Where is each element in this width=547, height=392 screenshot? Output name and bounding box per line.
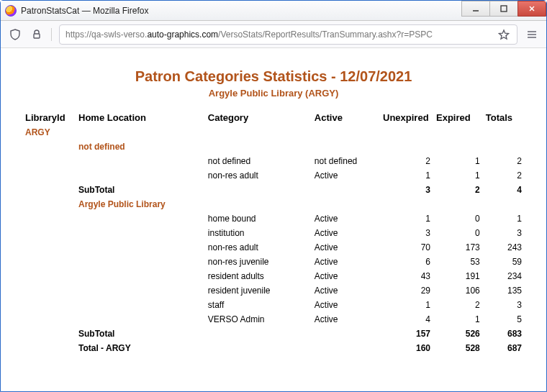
cell-category: home bound (205, 211, 312, 226)
cell-active: not defined (312, 154, 380, 168)
cell-expired: 53 (433, 255, 483, 269)
cell-active: Active (312, 168, 380, 183)
cell-totals: 243 (483, 240, 525, 255)
cell-totals: 3 (483, 298, 525, 312)
subtotal-expired: 2 (433, 183, 483, 197)
cell-expired: 1 (433, 154, 483, 168)
report-table: LibraryId Home Location Category Active … (22, 110, 525, 355)
grand-total-expired: 528 (433, 341, 483, 355)
cell-expired: 173 (433, 240, 483, 255)
th-homelocation: Home Location (76, 110, 205, 125)
cell-totals: 5 (483, 312, 525, 327)
table-row: non-res juvenile Active 6 53 59 (22, 255, 525, 269)
grand-total-unexpired: 160 (380, 341, 433, 355)
cell-unexpired: 3 (380, 226, 433, 240)
svg-rect-4 (34, 34, 40, 38)
table-row: VERSO Admin Active 4 1 5 (22, 312, 525, 327)
table-body: ARGY not defined not defined not defined… (22, 125, 525, 355)
cell-unexpired: 1 (380, 298, 433, 312)
maximize-button[interactable] (489, 1, 518, 17)
th-active: Active (312, 110, 380, 125)
th-category: Category (205, 110, 312, 125)
table-row: not defined not defined 2 1 2 (22, 154, 525, 168)
cell-category: staff (205, 298, 312, 312)
lock-icon[interactable] (30, 27, 44, 42)
url-domain: auto-graphics.com (147, 29, 218, 40)
subtotal-label: SubTotal (76, 183, 205, 197)
cell-category: resident adults (205, 269, 312, 283)
cell-active: Active (312, 255, 380, 269)
minimize-button[interactable] (461, 1, 490, 17)
section-header-row: Argyle Public Library (22, 197, 525, 211)
cell-unexpired: 1 (380, 211, 433, 226)
titlebar: PatronStatsCat — Mozilla Firefox (1, 1, 546, 21)
table-row: resident juvenile Active 29 106 135 (22, 283, 525, 298)
cell-active: Active (312, 283, 380, 298)
bookmark-star-icon[interactable] (497, 27, 511, 42)
cell-expired: 1 (433, 312, 483, 327)
table-header-row: LibraryId Home Location Category Active … (22, 110, 525, 125)
cell-active: Active (312, 240, 380, 255)
table-row: home bound Active 1 0 1 (22, 211, 525, 226)
cell-expired: 106 (433, 283, 483, 298)
cell-totals: 59 (483, 255, 525, 269)
cell-category: resident juvenile (205, 283, 312, 298)
shield-icon[interactable] (8, 27, 22, 42)
table-row: non-res adult Active 70 173 243 (22, 240, 525, 255)
cell-active: Active (312, 211, 380, 226)
browser-window: PatronStatsCat — Mozilla Firefox https:/… (0, 0, 547, 392)
cell-unexpired: 1 (380, 168, 433, 183)
cell-unexpired: 4 (380, 312, 433, 327)
th-unexpired: Unexpired (380, 110, 433, 125)
table-row: institution Active 3 0 3 (22, 226, 525, 240)
cell-active: Active (312, 226, 380, 240)
cell-totals: 3 (483, 226, 525, 240)
cell-unexpired: 43 (380, 269, 433, 283)
url-pre: https://qa-swls-verso. (65, 29, 147, 40)
svg-rect-1 (501, 6, 507, 12)
subtotal-row: SubTotal 157 526 683 (22, 327, 525, 341)
cell-expired: 2 (433, 298, 483, 312)
grand-total-label: Total - ARGY (76, 341, 205, 355)
th-libraryid: LibraryId (22, 110, 76, 125)
cell-category: non-res adult (205, 240, 312, 255)
url-bar[interactable]: https://qa-swls-verso. auto-graphics.com… (59, 24, 517, 45)
cell-unexpired: 6 (380, 255, 433, 269)
cell-expired: 1 (433, 168, 483, 183)
menu-icon[interactable] (525, 27, 539, 42)
table-row: staff Active 1 2 3 (22, 298, 525, 312)
window-controls (462, 1, 546, 17)
cell-expired: 0 (433, 226, 483, 240)
report-title: Patron Categories Statistics - 12/07/202… (22, 68, 525, 85)
subtotal-row: SubTotal 3 2 4 (22, 183, 525, 197)
cell-active: Active (312, 298, 380, 312)
cell-expired: 0 (433, 211, 483, 226)
close-button[interactable] (517, 1, 546, 17)
table-row: resident adults Active 43 191 234 (22, 269, 525, 283)
subtotal-unexpired: 3 (380, 183, 433, 197)
toolbar: https://qa-swls-verso. auto-graphics.com… (1, 21, 546, 48)
th-expired: Expired (433, 110, 483, 125)
subtotal-totals: 4 (483, 183, 525, 197)
grand-total-row: Total - ARGY 160 528 687 (22, 341, 525, 355)
table-row: non-res adult Active 1 1 2 (22, 168, 525, 183)
grand-total-totals: 687 (483, 341, 525, 355)
cell-category: non-res adult (205, 168, 312, 183)
cell-totals: 2 (483, 168, 525, 183)
library-id-row: ARGY (22, 125, 525, 140)
location-label: not defined (76, 140, 205, 154)
cell-category: non-res juvenile (205, 255, 312, 269)
th-totals: Totals (483, 110, 525, 125)
window-title: PatronStatsCat — Mozilla Firefox (21, 6, 148, 16)
subtotal-totals: 683 (483, 327, 525, 341)
firefox-icon (5, 5, 17, 17)
cell-totals: 2 (483, 154, 525, 168)
section-header-row: not defined (22, 140, 525, 154)
cell-category: institution (205, 226, 312, 240)
report-subtitle: Argyle Public Library (ARGY) (22, 88, 525, 99)
library-id: ARGY (22, 125, 76, 140)
location-label: Argyle Public Library (76, 197, 205, 211)
cell-unexpired: 70 (380, 240, 433, 255)
cell-category: not defined (205, 154, 312, 168)
page-content: Patron Categories Statistics - 12/07/202… (1, 48, 546, 363)
